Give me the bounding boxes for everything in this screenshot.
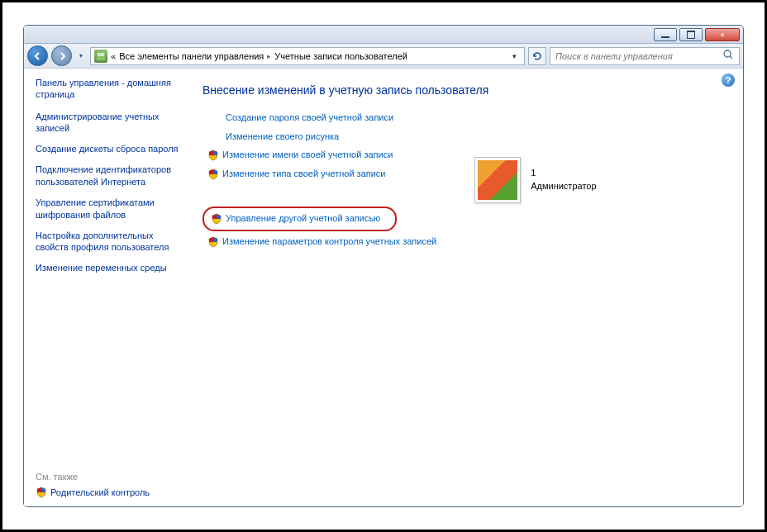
refresh-icon — [531, 50, 543, 62]
back-button[interactable] — [27, 45, 48, 66]
search-icon[interactable] — [722, 49, 734, 63]
parental-controls-label: Родительский контроль — [50, 487, 150, 497]
svg-point-2 — [724, 50, 731, 57]
minimize-button[interactable] — [654, 28, 677, 41]
refresh-button[interactable] — [528, 47, 546, 65]
search-box[interactable] — [550, 47, 740, 65]
search-input[interactable] — [555, 51, 722, 61]
shield-icon — [211, 213, 222, 225]
parental-controls-link[interactable]: Родительский контроль — [36, 487, 179, 498]
svg-line-3 — [730, 56, 732, 59]
chevron-right-icon: ▸ — [267, 52, 271, 60]
breadcrumb-root[interactable]: Все элементы панели управления — [119, 51, 264, 61]
task-manage-other-account[interactable]: Управление другой учетной записью — [209, 211, 382, 227]
sidebar-link[interactable]: Создание дискеты сброса пароля — [36, 143, 179, 155]
task-change-name[interactable]: Изменение имени своей учетной записи — [202, 147, 441, 164]
shield-icon — [36, 487, 47, 498]
task-change-uac[interactable]: Изменение параметров контроля учетных за… — [202, 234, 441, 250]
help-button[interactable]: ? — [722, 74, 735, 87]
shield-icon — [207, 236, 219, 248]
sidebar-home-link[interactable]: Панель управления - домашняя страница — [36, 77, 179, 101]
recent-pages-dropdown[interactable]: ▾ — [75, 47, 87, 65]
arrow-left-icon — [33, 51, 43, 61]
account-role: Администратор — [531, 180, 596, 192]
page-heading: Внесение изменений в учетную запись поль… — [202, 83, 722, 97]
sidebar-link[interactable]: Администрирование учетных записей — [36, 111, 179, 135]
nav-bar: ▾ « Все элементы панели управления ▸ Уче… — [24, 44, 743, 69]
address-bar[interactable]: « Все элементы панели управления ▸ Учетн… — [90, 47, 525, 65]
see-also-label: См. также — [36, 472, 179, 482]
svg-rect-1 — [98, 53, 104, 56]
window-frame: ▾ « Все элементы панели управления ▸ Уче… — [23, 25, 744, 507]
account-name: 1 — [531, 167, 596, 179]
task-create-password[interactable]: Создание пароля своей учетной записи — [202, 110, 441, 126]
highlighted-task-frame: Управление другой учетной записью — [202, 207, 397, 231]
sidebar-link[interactable]: Настройка дополнительных свойств профиля… — [36, 230, 179, 254]
sidebar-link[interactable]: Подключение идентификаторов пользователе… — [36, 164, 179, 188]
main-panel: Внесение изменений в учетную запись поль… — [189, 69, 743, 506]
breadcrumb-prefix: « — [111, 51, 116, 61]
sidebar-link[interactable]: Изменение переменных среды — [36, 262, 179, 274]
close-button[interactable] — [705, 28, 740, 41]
content-area: ? Панель управления - домашняя страница … — [24, 69, 743, 506]
task-change-type[interactable]: Изменение типа своей учетной записи — [202, 166, 441, 183]
shield-icon — [207, 169, 219, 180]
avatar[interactable] — [474, 157, 521, 203]
breadcrumb-current[interactable]: Учетные записи пользователей — [274, 51, 407, 61]
forward-button[interactable] — [51, 45, 72, 66]
account-info-box: 1 Администратор — [474, 110, 596, 250]
avatar-image — [478, 160, 517, 200]
sidebar-link[interactable]: Управление сертификатами шифрования файл… — [36, 197, 179, 221]
arrow-right-icon — [57, 51, 67, 61]
address-dropdown[interactable]: ▾ — [507, 50, 521, 63]
task-change-picture[interactable]: Изменение своего рисунка — [202, 129, 441, 145]
maximize-button[interactable] — [679, 28, 703, 41]
control-panel-icon — [94, 50, 107, 63]
sidebar: Панель управления - домашняя страница Ад… — [24, 69, 189, 506]
title-bar — [24, 26, 743, 44]
shield-icon — [207, 150, 219, 161]
